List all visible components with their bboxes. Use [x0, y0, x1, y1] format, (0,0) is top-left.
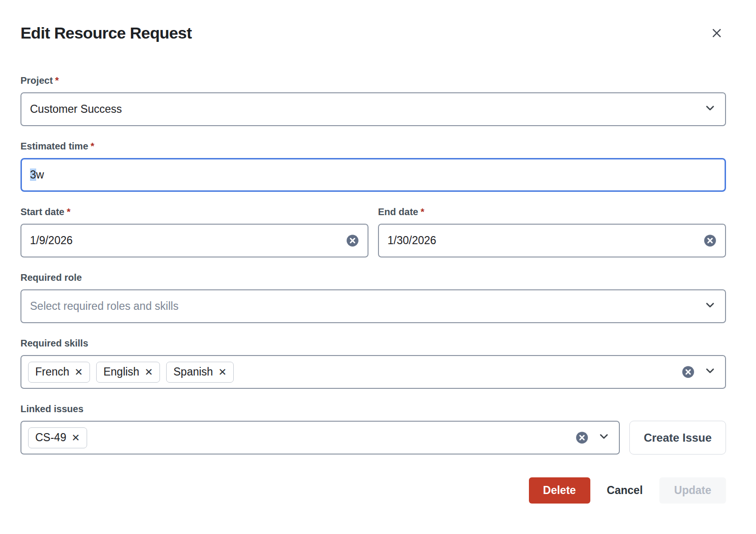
chevron-down-icon [704, 101, 716, 117]
chip-cs-49: CS-49✕ [28, 427, 87, 448]
required-role-label: Required role [20, 272, 726, 283]
required-role-field-group: Required role Select required roles and … [20, 272, 726, 323]
date-fields-row: Start date* 1/9/2026 End date* 1/30/2026 [20, 206, 726, 257]
update-button[interactable]: Update [659, 477, 726, 504]
chip-english: English✕ [96, 362, 160, 383]
project-select-value: Customer Success [30, 103, 704, 116]
linked-issues-chips: CS-49✕ [28, 427, 570, 448]
unselected-text: w [36, 168, 44, 181]
chip-label: French [35, 366, 70, 378]
clear-circle-icon [682, 373, 695, 380]
clear-circle-icon [576, 438, 588, 445]
required-asterisk: * [67, 207, 70, 217]
edit-resource-request-dialog: Edit Resource Request Project* Customer … [0, 0, 756, 534]
delete-button[interactable]: Delete [529, 477, 590, 504]
chevron-down-icon[interactable] [704, 364, 716, 380]
required-skills-field-group: Required skills French✕English✕Spanish✕ [20, 337, 726, 389]
required-asterisk: * [420, 207, 424, 217]
required-skills-controls [682, 364, 716, 380]
start-date-input[interactable]: 1/9/2026 [20, 224, 368, 257]
start-date-value: 1/9/2026 [30, 234, 346, 247]
linked-issues-row: CS-49✕ Create Issue [20, 421, 726, 455]
required-asterisk: * [90, 141, 94, 151]
dialog-footer: Delete Cancel Update [20, 477, 726, 504]
project-label: Project* [20, 75, 726, 86]
estimated-time-value: 3w [30, 168, 716, 181]
project-field-group: Project* Customer Success [20, 75, 726, 126]
required-skills-chips: French✕English✕Spanish✕ [28, 362, 676, 383]
end-date-clear-button[interactable] [704, 234, 716, 247]
estimated-time-field-group: Estimated time* 3w [20, 140, 726, 192]
close-icon [710, 34, 723, 41]
dialog-title: Edit Resource Request [20, 24, 192, 42]
end-date-input[interactable]: 1/30/2026 [378, 224, 726, 257]
chip-remove-icon[interactable]: ✕ [71, 433, 80, 443]
linked-issues-field-group: Linked issues CS-49✕ Create Issue [20, 403, 726, 455]
end-date-field-group: End date* 1/30/2026 [378, 206, 726, 257]
create-issue-button[interactable]: Create Issue [629, 421, 726, 455]
chevron-down-icon [704, 298, 716, 314]
chip-remove-icon[interactable]: ✕ [218, 367, 227, 377]
chip-label: English [103, 366, 139, 378]
required-role-select[interactable]: Select required roles and skills [20, 289, 726, 323]
chip-french: French✕ [28, 362, 90, 383]
clear-circle-icon [346, 241, 359, 248]
linked-issues-controls [576, 430, 610, 445]
required-role-placeholder: Select required roles and skills [30, 300, 704, 313]
linked-issues-clear-all-button[interactable] [576, 431, 588, 444]
close-button[interactable] [709, 26, 724, 40]
required-skills-label: Required skills [20, 337, 726, 349]
chip-label: CS-49 [35, 431, 66, 444]
required-asterisk: * [55, 75, 59, 86]
selected-text: 3 [30, 168, 36, 181]
required-skills-clear-all-button[interactable] [682, 366, 695, 378]
clear-circle-icon [704, 241, 716, 248]
end-date-label: End date* [378, 206, 726, 218]
end-date-value: 1/30/2026 [388, 234, 704, 247]
dialog-header: Edit Resource Request [20, 24, 726, 42]
start-date-field-group: Start date* 1/9/2026 [20, 206, 368, 257]
chevron-down-icon[interactable] [597, 430, 610, 445]
chip-remove-icon[interactable]: ✕ [145, 367, 153, 377]
linked-issues-multiselect[interactable]: CS-49✕ [20, 421, 620, 455]
estimated-time-label: Estimated time* [20, 140, 726, 152]
linked-issues-label: Linked issues [20, 403, 726, 415]
cancel-button[interactable]: Cancel [606, 477, 644, 504]
required-skills-multiselect[interactable]: French✕English✕Spanish✕ [20, 355, 726, 389]
project-select[interactable]: Customer Success [20, 92, 726, 126]
chip-remove-icon[interactable]: ✕ [75, 367, 83, 377]
start-date-label: Start date* [20, 206, 368, 218]
chip-label: Spanish [173, 366, 213, 378]
chip-spanish: Spanish✕ [166, 362, 234, 383]
estimated-time-input[interactable]: 3w [20, 158, 726, 192]
start-date-clear-button[interactable] [346, 234, 359, 247]
